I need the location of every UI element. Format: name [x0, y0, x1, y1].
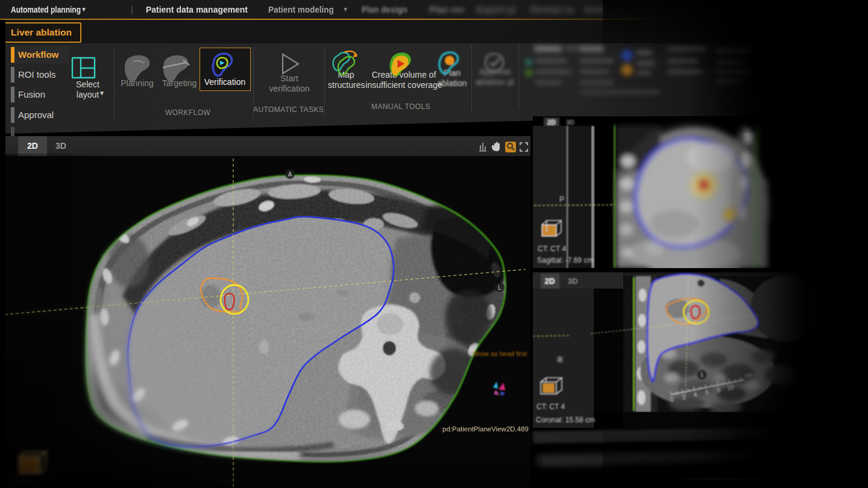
svg-text:L: L [498, 284, 502, 291]
svg-text:3D: 3D [568, 277, 578, 286]
svg-text:pd:PatientPlaneView2D.489: pd:PatientPlaneView2D.489 [442, 425, 529, 433]
svg-text:CT: CT 4: CT: CT 4 [538, 245, 566, 253]
svg-text:Coronal: 15.58 cm: Coronal: 15.58 cm [536, 416, 595, 424]
svg-text:3D: 3D [566, 119, 574, 126]
svg-text:R: R [558, 357, 562, 363]
svg-text:Show as head first: Show as head first [473, 350, 527, 357]
svg-text:A: A [288, 171, 292, 178]
svg-text:CT: CT 4: CT: CT 4 [536, 402, 565, 411]
svg-text:2D: 2D [547, 119, 556, 126]
svg-text:P: P [559, 195, 564, 204]
svg-text:2D: 2D [545, 277, 555, 286]
svg-text:Sagittal: -7.69 cm: Sagittal: -7.69 cm [537, 256, 593, 264]
